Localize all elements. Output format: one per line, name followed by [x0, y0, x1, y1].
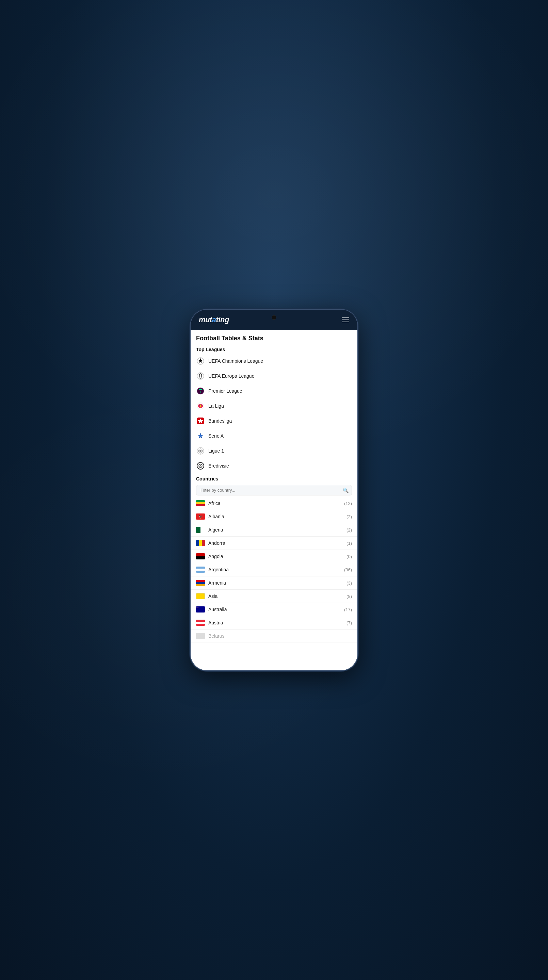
hamburger-menu-button[interactable]: [342, 318, 349, 322]
laliga-icon: [196, 401, 205, 410]
countries-label: Countries: [191, 473, 357, 483]
flag-angola: [196, 553, 205, 559]
country-count-armenia: (3): [347, 581, 352, 585]
country-name-argentina: Argentina: [208, 567, 229, 572]
app-header: mutating: [191, 310, 357, 330]
flag-austria: [196, 620, 205, 626]
flag-albania: 🦅: [196, 514, 205, 520]
country-count-asia: (8): [347, 594, 352, 599]
camera-cutout: [272, 315, 276, 320]
league-item-pl[interactable]: Premier League: [191, 383, 357, 398]
country-count-albania: (2): [347, 514, 352, 519]
league-item-seriea[interactable]: Serie A: [191, 428, 357, 443]
svg-point-8: [200, 405, 201, 407]
svg-point-15: [199, 450, 201, 452]
country-item-asia[interactable]: Asia (8): [191, 590, 357, 603]
flag-partial: [196, 633, 205, 639]
country-name-andorra: Andorra: [208, 540, 225, 546]
country-count-andorra: (1): [347, 541, 352, 546]
flag-asia: [196, 593, 205, 599]
bundesliga-name: Bundesliga: [208, 418, 232, 424]
country-item-partial[interactable]: Belarus: [191, 630, 357, 643]
ligue1-name: Ligue 1: [208, 448, 224, 453]
pl-name: Premier League: [208, 388, 242, 394]
country-search-box: 🔍: [196, 485, 352, 495]
country-item-angola[interactable]: Angola (0): [191, 550, 357, 563]
top-leagues-label: Top Leagues: [191, 344, 357, 353]
country-count-angola: (0): [347, 554, 352, 559]
league-item-ligue1[interactable]: Ligue 1: [191, 443, 357, 458]
flag-africa: [196, 500, 205, 506]
country-count-africa: (12): [344, 501, 352, 506]
country-name-australia: Australia: [208, 607, 227, 612]
top-leagues-list: UEFA Champions League UEFA Europa League: [191, 353, 357, 473]
ligue1-icon: [196, 447, 205, 455]
country-item-australia[interactable]: 🇦🇺 Australia (17): [191, 603, 357, 616]
country-count-algeria: (2): [347, 527, 352, 533]
search-icon: 🔍: [343, 488, 349, 493]
country-name-africa: Africa: [208, 501, 221, 506]
eredivisie-name: Eredivisie: [208, 463, 229, 469]
country-name-austria: Austria: [208, 620, 223, 625]
phone-device: mutating Football Tables & Stats Top Lea…: [191, 310, 357, 670]
country-item-algeria[interactable]: Algeria (2): [191, 523, 357, 537]
country-item-armenia[interactable]: Armenia (3): [191, 576, 357, 590]
svg-marker-2: [198, 358, 203, 363]
league-item-bundesliga[interactable]: Bundesliga: [191, 414, 357, 428]
country-item-africa[interactable]: Africa (12): [191, 497, 357, 510]
country-name-partial: Belarus: [208, 633, 224, 639]
page-title: Football Tables & Stats: [191, 330, 357, 344]
eredivisie-icon: [196, 461, 205, 470]
country-count-austria: (7): [347, 620, 352, 625]
country-item-argentina[interactable]: Argentina (36): [191, 563, 357, 576]
flag-andorra: [196, 540, 205, 546]
flag-australia: 🇦🇺: [196, 606, 205, 612]
uel-icon: [196, 372, 205, 380]
league-item-eredivisie[interactable]: Eredivisie: [191, 458, 357, 473]
uel-name: UEFA Europa League: [208, 373, 254, 379]
country-name-armenia: Armenia: [208, 580, 226, 585]
flag-algeria: [196, 527, 205, 533]
flag-argentina: [196, 566, 205, 573]
seriea-icon: [196, 431, 205, 440]
app-logo: mutating: [199, 315, 229, 324]
country-item-austria[interactable]: Austria (7): [191, 616, 357, 630]
league-item-ucl[interactable]: UEFA Champions League: [191, 353, 357, 369]
countries-section: Countries 🔍 Africa (12): [191, 473, 357, 670]
bundesliga-icon: [196, 417, 205, 425]
laliga-name: La Liga: [208, 403, 224, 409]
country-search-input[interactable]: [196, 485, 352, 495]
league-item-uel[interactable]: UEFA Europa League: [191, 369, 357, 383]
country-count-australia: (17): [344, 607, 352, 612]
flag-armenia: [196, 580, 205, 586]
country-name-angola: Angola: [208, 554, 223, 559]
country-list: Africa (12) 🦅 Albania (2): [191, 497, 357, 670]
pl-icon: [196, 387, 205, 395]
page-content: Football Tables & Stats Top Leagues UEFA…: [191, 330, 357, 670]
ucl-icon: [196, 356, 205, 366]
country-name-albania: Albania: [208, 514, 224, 519]
league-item-laliga[interactable]: La Liga: [191, 398, 357, 414]
country-item-andorra[interactable]: Andorra (1): [191, 537, 357, 550]
country-name-asia: Asia: [208, 593, 218, 599]
country-count-argentina: (36): [344, 567, 352, 572]
ucl-name: UEFA Champions League: [208, 358, 263, 364]
country-name-algeria: Algeria: [208, 527, 223, 533]
country-item-albania[interactable]: 🦅 Albania (2): [191, 510, 357, 523]
seriea-name: Serie A: [208, 433, 224, 439]
